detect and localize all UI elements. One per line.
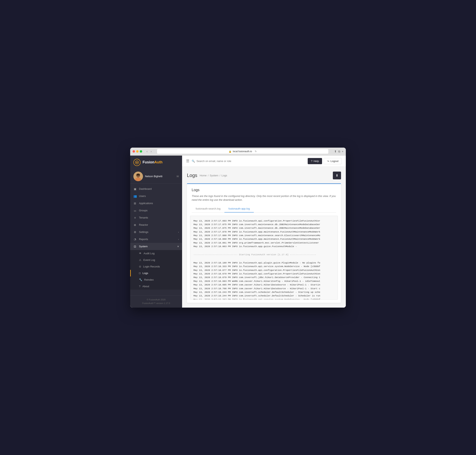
sidebar-item-label: Reindex bbox=[144, 278, 154, 281]
top-bar: ☰ 🔍 ? Help ↪ Logout bbox=[182, 156, 346, 167]
eye-icon: 👁 bbox=[139, 252, 142, 255]
close-button[interactable] bbox=[133, 150, 135, 153]
nav-section: ▣ Dashboard 👥 Users ⊞ Applications ⚏ Gro… bbox=[130, 184, 182, 296]
chevron-right-icon: ‹ bbox=[178, 231, 179, 233]
new-tab-button[interactable]: + bbox=[342, 150, 343, 153]
url-bar[interactable]: 🔒 local.fusionauth.io ↻ bbox=[157, 149, 329, 154]
system-subnav: 👁 Audit Log ⚠ Event Log ⊙ Login Records … bbox=[130, 250, 182, 290]
sidebar-item-label: Groups bbox=[139, 209, 147, 212]
sidebar-logo: FusionAuth bbox=[130, 156, 182, 169]
title-bar-actions: ⬆ ⧉ + bbox=[334, 150, 343, 153]
chevron-down-icon: ∨ bbox=[177, 245, 179, 248]
logs-panel: Logs These are the logs found in the con… bbox=[187, 183, 341, 303]
help-button[interactable]: ? Help bbox=[308, 158, 322, 164]
search-bar: 🔍 bbox=[192, 160, 305, 162]
logout-button[interactable]: ↪ Logout bbox=[324, 158, 342, 164]
sidebar-footer: © FusionAuth 2020 FusionAuth™ version 1.… bbox=[130, 295, 182, 307]
sidebar: FusionAuth Nelson Bighetti ✉ bbox=[130, 156, 182, 308]
help-icon: ? bbox=[311, 160, 312, 162]
avatar bbox=[133, 171, 143, 181]
sidebar-item-label: Settings bbox=[139, 230, 148, 234]
users-icon: 👥 bbox=[133, 195, 137, 198]
login-icon: ⊙ bbox=[139, 265, 141, 268]
menu-icon[interactable]: ☰ bbox=[186, 159, 189, 163]
user-name: Nelson Bighetti bbox=[145, 175, 175, 178]
sidebar-item-reindex[interactable]: 🔧 Reindex bbox=[130, 276, 182, 283]
tab-fusionauth-app[interactable]: fusionauth-app.log bbox=[225, 205, 254, 212]
sidebar-item-groups[interactable]: ⚏ Groups bbox=[130, 207, 182, 214]
logs-header: Logs These are the logs found in the con… bbox=[187, 184, 341, 212]
maximize-button[interactable] bbox=[140, 150, 142, 153]
logs-panel-title: Logs bbox=[192, 188, 336, 192]
system-icon: ⊡ bbox=[133, 245, 137, 248]
sidebar-item-label: Login Records bbox=[143, 265, 160, 268]
browser-nav: ‹ › bbox=[145, 149, 153, 153]
title-bar: ‹ › 🔒 local.fusionauth.io ↻ ⬆ ⧉ + bbox=[130, 148, 346, 156]
sidebar-item-system[interactable]: ⊡ System ∨ bbox=[130, 243, 182, 250]
sidebar-item-label: Applications bbox=[139, 202, 153, 205]
forward-button[interactable]: › bbox=[150, 149, 153, 153]
sidebar-item-dashboard[interactable]: ▣ Dashboard bbox=[130, 185, 182, 193]
sidebar-item-login-records[interactable]: ⊙ Login Records bbox=[130, 263, 182, 270]
search-input[interactable] bbox=[196, 160, 305, 162]
reports-icon: ◔ bbox=[133, 238, 137, 241]
traffic-lights bbox=[133, 150, 142, 153]
page-content: Logs Home / System / Logs ⬇ Logs bbox=[182, 167, 346, 308]
sidebar-item-users[interactable]: 👥 Users bbox=[130, 193, 182, 200]
sidebar-item-label: Logs bbox=[143, 272, 148, 275]
message-icon[interactable]: ✉ bbox=[177, 175, 179, 178]
search-icon: 🔍 bbox=[192, 160, 195, 162]
sidebar-item-label: Dashboard bbox=[139, 187, 152, 190]
sidebar-item-label: System bbox=[139, 245, 147, 248]
sidebar-item-tenants[interactable]: ≡ Tenants bbox=[130, 214, 182, 221]
back-button[interactable]: ‹ bbox=[145, 149, 149, 153]
tab-fusionauth-search[interactable]: fusionauth-search.log bbox=[192, 205, 225, 212]
url-text: local.fusionauth.io bbox=[233, 150, 252, 153]
sidebar-item-label: Audit Log bbox=[144, 252, 154, 255]
svg-point-1 bbox=[136, 162, 137, 163]
sidebar-item-label: Reactor bbox=[139, 223, 148, 226]
breadcrumb-home[interactable]: Home bbox=[200, 174, 207, 177]
download-button[interactable]: ⬇ bbox=[333, 171, 341, 179]
page-header: Logs Home / System / Logs ⬇ bbox=[187, 171, 341, 179]
tenants-icon: ≡ bbox=[133, 216, 137, 219]
logout-icon: ↪ bbox=[327, 160, 329, 162]
groups-icon: ⚏ bbox=[133, 209, 137, 212]
sidebar-item-event-log[interactable]: ⚠ Event Log bbox=[130, 257, 182, 263]
share-button[interactable]: ⬆ bbox=[334, 150, 337, 153]
footer-copyright: © FusionAuth 2020 bbox=[133, 298, 179, 302]
sidebar-item-label: Tenants bbox=[139, 216, 148, 219]
applications-icon: ⊞ bbox=[133, 202, 137, 205]
log-tabs: fusionauth-search.log fusionauth-app.log bbox=[192, 205, 336, 212]
sidebar-item-audit-log[interactable]: 👁 Audit Log bbox=[130, 250, 182, 257]
warning-icon: ⚠ bbox=[139, 259, 141, 261]
logo-icon bbox=[133, 159, 141, 166]
reactor-icon: ⊕ bbox=[133, 223, 137, 227]
sidebar-item-label: Users bbox=[139, 195, 146, 197]
refresh-icon[interactable]: ↻ bbox=[255, 150, 257, 153]
logo-text: FusionAuth bbox=[143, 160, 162, 164]
breadcrumb-system[interactable]: System bbox=[210, 174, 218, 177]
sidebar-item-label: About bbox=[142, 285, 149, 288]
top-bar-actions: ? Help ↪ Logout bbox=[308, 158, 342, 164]
minimize-button[interactable] bbox=[136, 150, 138, 153]
user-section: Nelson Bighetti ✉ bbox=[130, 169, 182, 184]
app-layout: FusionAuth Nelson Bighetti ✉ bbox=[130, 156, 346, 308]
lock-icon: 🔒 bbox=[229, 150, 232, 153]
breadcrumb-sep: / bbox=[208, 174, 209, 177]
sidebar-item-settings[interactable]: ⚙ Settings ‹ bbox=[130, 228, 182, 236]
sidebar-item-reports[interactable]: ◔ Reports ‹ bbox=[130, 236, 182, 243]
sidebar-item-about[interactable]: ? About bbox=[130, 283, 182, 290]
app-window: ‹ › 🔒 local.fusionauth.io ↻ ⬆ ⧉ + bbox=[130, 148, 346, 308]
breadcrumb: Home / System / Logs bbox=[200, 174, 227, 177]
log-content[interactable]: May 13, 2020 2:57:17.693 PM INFO io.fusi… bbox=[190, 216, 338, 300]
tab-button[interactable]: ⧉ bbox=[338, 150, 340, 153]
footer-version: FusionAuth™ version 1.17.0 bbox=[133, 302, 179, 305]
page-title: Logs bbox=[187, 173, 197, 178]
sidebar-item-label: Reports bbox=[139, 238, 148, 241]
sidebar-item-reactor[interactable]: ⊕ Reactor bbox=[130, 221, 182, 228]
sidebar-item-logs[interactable]: □ Logs bbox=[130, 270, 182, 276]
wrench-icon: 🔧 bbox=[139, 278, 142, 281]
breadcrumb-logs: Logs bbox=[221, 174, 227, 177]
sidebar-item-applications[interactable]: ⊞ Applications bbox=[130, 200, 182, 207]
